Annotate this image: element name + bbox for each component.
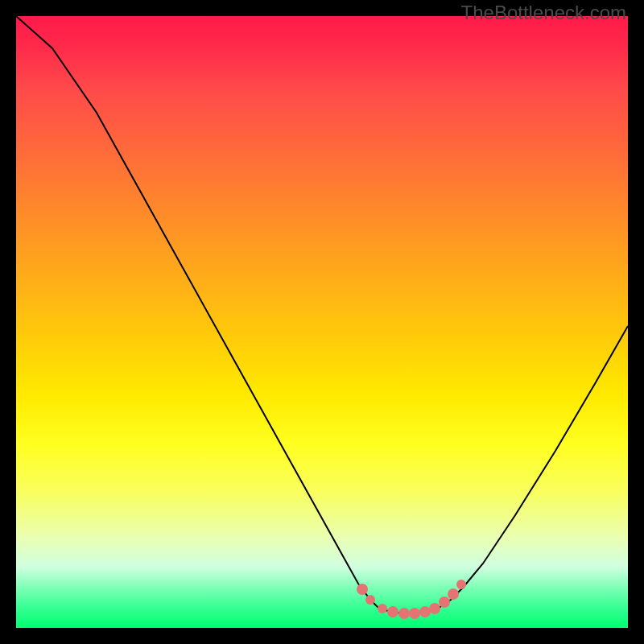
curve-marker: [419, 606, 431, 617]
curve-marker: [456, 580, 466, 589]
watermark-text: TheBottleneck.com: [461, 2, 626, 24]
curve-marker: [409, 608, 420, 619]
curve-marker: [429, 603, 440, 614]
chart-plot-area: [16, 16, 628, 628]
curve-marker: [439, 597, 450, 608]
bottleneck-curve: [16, 16, 628, 613]
curve-marker: [378, 604, 387, 613]
curve-marker: [448, 588, 459, 600]
chart-svg: [16, 16, 628, 628]
curve-marker: [357, 584, 368, 595]
curve-marker: [398, 608, 410, 619]
curve-marker: [387, 606, 398, 617]
curve-markers: [357, 580, 466, 619]
curve-marker: [365, 595, 375, 605]
